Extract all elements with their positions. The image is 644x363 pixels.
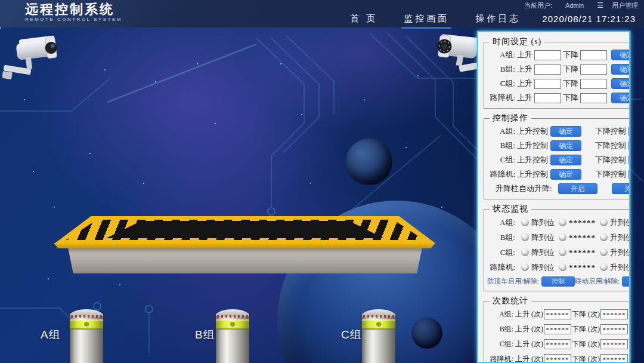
control-row-b: B组: 上升控制 确定 下降控制 确定 [487, 139, 630, 153]
count-row-b: B组: 上升 (次) ****** 下降 (次) ****** [487, 322, 630, 337]
time-settings-legend: 时间设定 (s) [490, 36, 544, 47]
up-confirm-button-c[interactable]: 确定 [550, 155, 581, 165]
down-label: 下降 [563, 50, 578, 60]
down-confirm-button-b[interactable]: 确定 [628, 140, 630, 151]
time-confirm-button-c[interactable]: 确定 [611, 78, 630, 89]
row-label: B组: [487, 140, 515, 151]
count-row-a: A组: 上升 (次) ****** 下降 (次) ****** [487, 307, 630, 322]
time-up-input-c[interactable] [534, 79, 561, 89]
down-count-value: ****** [600, 339, 628, 349]
user-management-link[interactable]: 用户管理 [612, 1, 638, 10]
down-confirm-button-c[interactable]: 确定 [628, 155, 630, 165]
time-confirm-button-a[interactable]: 确定 [611, 50, 630, 60]
mid-status-value: ****** [569, 233, 596, 242]
row-label: C组: [487, 247, 515, 258]
bollard-logo-mark [376, 322, 381, 327]
down-label: 下降 [563, 64, 578, 75]
linkage-label: 联动启用/解除: [575, 277, 620, 286]
status-control-row: 防顶车启用/解除: 控制 联动启用/解除: 控制 [487, 275, 630, 288]
current-user-name: Admin [561, 2, 589, 9]
row-label: 路障机: [487, 354, 513, 363]
up-position-led [600, 263, 608, 271]
time-down-input-a[interactable] [580, 50, 607, 60]
top-header: 远程控制系统 REMOTE CONTROL SYSTEM 当前用户: Admin… [0, 0, 644, 27]
time-settings-section: 时间设定 (s) A组: 上升 下降 确定 B组: 上升 下降 确定 C组: [484, 36, 630, 109]
nav-monitor[interactable]: 监控画面 [391, 10, 462, 29]
up-count-value: ****** [544, 339, 571, 349]
time-up-input-barrier[interactable] [534, 93, 561, 103]
down-confirm-button-barrier[interactable]: 确定 [628, 169, 630, 180]
down-count-label: 下降 (次) [572, 354, 600, 363]
up-count-value: ****** [544, 309, 571, 319]
row-label: A组: [487, 126, 515, 137]
anti-smash-control-button[interactable]: 控制 [541, 276, 575, 287]
nav-logs[interactable]: 操作日志 [462, 10, 534, 29]
hamburger-icon[interactable]: ☰ [597, 1, 603, 10]
down-control-label: 下降控制 [595, 169, 626, 180]
up-control-label: 上升控制 [517, 155, 548, 165]
app-title: 远程控制系统 [25, 2, 122, 17]
down-confirm-button-a[interactable]: 确定 [628, 126, 630, 137]
auto-lift-row: 升降柱自动升降: 开启 关闭 [487, 182, 630, 196]
row-label: C组: [487, 155, 515, 165]
row-label: 路障机: [487, 169, 515, 180]
bollard-warning-lights [217, 315, 248, 318]
down-control-label: 下降控制 [595, 140, 626, 151]
mid-position-led [559, 248, 566, 256]
row-label: B组: [487, 232, 515, 243]
up-control-label: 上升控制 [517, 126, 548, 137]
up-confirm-button-a[interactable]: 确定 [550, 126, 581, 137]
control-row-barrier: 路障机: 上升控制 确定 下降控制 确定 [487, 167, 630, 182]
linkage-control-button[interactable]: 控制 [622, 276, 630, 287]
down-label: 下降 [563, 93, 578, 103]
down-ok-label: 降到位 [531, 232, 555, 243]
down-position-led [521, 263, 529, 271]
up-ok-label: 升到位 [610, 247, 630, 258]
bollard-group-c [362, 309, 395, 363]
time-down-input-barrier[interactable] [580, 93, 607, 103]
up-control-label: 上升控制 [517, 140, 548, 151]
down-position-led [521, 248, 529, 256]
row-label: B组: [487, 64, 515, 75]
up-ok-label: 升到位 [610, 232, 630, 243]
time-up-input-a[interactable] [534, 50, 561, 60]
time-row-a: A组: 上升 下降 确定 [487, 48, 630, 62]
mid-status-value: ****** [569, 263, 596, 272]
control-row-a: A组: 上升控制 确定 下降控制 确定 [487, 124, 630, 139]
time-down-input-b[interactable] [580, 64, 607, 75]
mid-position-led [559, 219, 566, 226]
nav-home[interactable]: 首 页 [337, 10, 391, 29]
row-label: A组: [487, 50, 515, 60]
down-count-value: ****** [600, 324, 628, 334]
up-label: 上升 [517, 50, 532, 60]
time-confirm-button-barrier[interactable]: 确定 [611, 93, 630, 103]
down-control-label: 下降控制 [595, 155, 626, 165]
datetime-display: 2020/08/21 17:21:23 [534, 14, 640, 25]
up-confirm-button-barrier[interactable]: 确定 [550, 169, 581, 180]
up-count-value: ****** [544, 354, 571, 363]
planet-small-bottom [411, 318, 442, 349]
up-ok-label: 升到位 [610, 262, 630, 273]
barrier-rim [54, 243, 435, 248]
time-down-input-c[interactable] [580, 79, 607, 89]
down-ok-label: 降到位 [531, 262, 555, 273]
up-position-led [600, 233, 608, 241]
up-label: 上升 [517, 64, 532, 75]
up-count-label: 上升 (次) [515, 354, 543, 363]
auto-open-button[interactable]: 开启 [558, 183, 597, 194]
auto-close-button[interactable]: 关闭 [612, 183, 630, 194]
mid-position-led [559, 233, 566, 241]
row-label: 路障机: [487, 93, 515, 103]
count-statistics-section: 次数统计 A组: 上升 (次) ****** 下降 (次) ****** B组:… [484, 296, 630, 363]
time-row-c: C组: 上升 下降 确定 [487, 76, 630, 91]
time-up-input-b[interactable] [534, 64, 561, 75]
status-monitor-legend: 状态监视 [490, 204, 531, 214]
time-confirm-button-b[interactable]: 确定 [611, 64, 630, 75]
up-position-led [600, 248, 608, 256]
up-count-label: 上升 (次) [515, 309, 543, 319]
road-blocker-barrier [52, 215, 438, 276]
bollard-logo-mark [84, 322, 89, 327]
up-ok-label: 升到位 [610, 217, 630, 228]
up-count-value: ****** [544, 324, 571, 334]
up-confirm-button-b[interactable]: 确定 [550, 140, 581, 151]
